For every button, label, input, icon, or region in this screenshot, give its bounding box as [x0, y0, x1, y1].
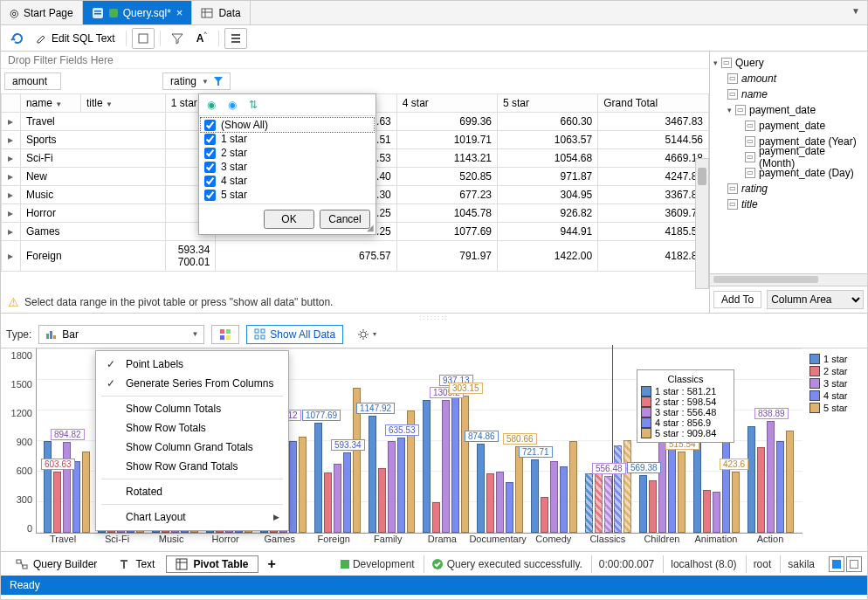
col-header[interactable]: Grand Total: [598, 94, 709, 113]
tree-field[interactable]: payment_date: [759, 120, 825, 132]
filter-popup-icon2[interactable]: ◉: [225, 98, 239, 112]
tree-field[interactable]: title: [741, 198, 758, 210]
filter-item[interactable]: 1 star: [201, 132, 374, 146]
tab-text[interactable]: Text: [108, 555, 164, 573]
menu-item[interactable]: ✓Point Labels: [96, 355, 288, 374]
pivot-row[interactable]: ▸Foreign593.34 700.01675.57791.971422.00…: [2, 241, 709, 272]
tab-pivot-table[interactable]: Pivot Table: [166, 555, 258, 573]
bar[interactable]: [44, 441, 52, 533]
tree-field[interactable]: name: [741, 88, 768, 100]
bar[interactable]: [595, 472, 603, 533]
bar[interactable]: [432, 502, 440, 533]
filter-cancel-button[interactable]: Cancel: [320, 210, 370, 229]
bar[interactable]: [569, 441, 577, 533]
filter-ok-button[interactable]: OK: [264, 210, 314, 229]
filter-item[interactable]: 4 star: [201, 174, 374, 188]
bar-group[interactable]: [744, 421, 796, 533]
filter-button[interactable]: [166, 28, 189, 49]
col-header[interactable]: 5 star: [498, 94, 598, 113]
view-mode-empty[interactable]: [846, 556, 862, 572]
filter-checkbox[interactable]: [204, 134, 216, 145]
tree-horizontal-scrollbar[interactable]: [710, 273, 867, 286]
tab-data[interactable]: Data: [192, 1, 250, 24]
bar[interactable]: [299, 437, 307, 533]
bar[interactable]: [397, 438, 405, 533]
menu-item[interactable]: Show Column Grand Totals: [96, 438, 288, 457]
layout-button[interactable]: [224, 28, 247, 49]
bar[interactable]: [604, 476, 612, 533]
row-field-title[interactable]: title: [86, 97, 103, 109]
filter-item[interactable]: 5 star: [201, 188, 374, 202]
clear-button[interactable]: [132, 28, 155, 49]
bar[interactable]: [423, 400, 431, 533]
tree-field[interactable]: rating: [741, 183, 768, 195]
tree-field[interactable]: payment_date (Day): [759, 167, 854, 179]
bar[interactable]: [289, 441, 297, 533]
tree-node-query[interactable]: Query: [735, 57, 764, 69]
bar[interactable]: [461, 396, 469, 534]
filter-checkbox[interactable]: [204, 162, 216, 173]
filter-item[interactable]: 3 star: [201, 160, 374, 174]
bar[interactable]: [477, 444, 485, 533]
edit-sql-text-button[interactable]: Edit SQL Text: [31, 28, 121, 49]
filter-popup-icon3[interactable]: ⇅: [246, 98, 260, 112]
bar[interactable]: [623, 440, 631, 533]
menu-item[interactable]: Show Row Grand Totals: [96, 457, 288, 476]
filter-checkbox[interactable]: [204, 120, 216, 131]
tree-field[interactable]: amount: [741, 72, 776, 85]
bar[interactable]: [486, 473, 494, 533]
bar[interactable]: [63, 442, 71, 533]
tab-query-sql[interactable]: Query.sql* ×: [83, 1, 193, 24]
bar[interactable]: [442, 400, 450, 533]
bar[interactable]: [82, 452, 90, 533]
bar[interactable]: [531, 459, 539, 533]
menu-item[interactable]: Rotated: [96, 482, 288, 501]
row-field-name[interactable]: name: [26, 97, 52, 109]
bar[interactable]: [506, 482, 513, 533]
filter-checkbox[interactable]: [204, 190, 216, 201]
close-icon[interactable]: ×: [176, 6, 183, 19]
bar[interactable]: [550, 461, 558, 533]
bar[interactable]: [388, 441, 396, 533]
fields-tree[interactable]: ▾▭Query ▭amount ▭name ▾▭payment_date ▭pa…: [710, 52, 867, 273]
filter-checkbox[interactable]: [204, 176, 216, 187]
bar[interactable]: [639, 475, 647, 533]
menu-item[interactable]: Show Row Totals: [96, 418, 288, 438]
bar[interactable]: [378, 468, 386, 533]
bar[interactable]: [585, 473, 593, 533]
vertical-scrollbar[interactable]: [695, 158, 709, 289]
bar[interactable]: [732, 472, 740, 533]
chart-type-select[interactable]: Bar ▼: [38, 325, 204, 344]
view-mode-filled[interactable]: [829, 556, 844, 572]
bar-group[interactable]: [582, 440, 634, 533]
splitter-grip[interactable]: ::::::::: [1, 314, 867, 321]
menu-item[interactable]: ✓Generate Series From Columns: [96, 374, 288, 393]
format-button[interactable]: A^: [190, 28, 213, 49]
bar[interactable]: [747, 426, 755, 534]
bar[interactable]: [649, 480, 657, 533]
bar[interactable]: [614, 445, 622, 533]
tree-field[interactable]: payment_date (Month): [759, 145, 864, 169]
bar[interactable]: [776, 441, 784, 533]
add-tab-button[interactable]: +: [260, 555, 284, 573]
show-all-data-button[interactable]: Show All Data: [246, 325, 343, 344]
bar-group[interactable]: [473, 444, 526, 533]
bar[interactable]: [53, 472, 61, 533]
column-field-rating[interactable]: rating▼: [162, 72, 231, 90]
tree-group[interactable]: payment_date: [749, 104, 816, 116]
refresh-button[interactable]: [6, 28, 29, 49]
filter-drop-zone[interactable]: Drop Filter Fields Here: [1, 52, 709, 69]
tab-query-builder[interactable]: Query Builder: [6, 555, 107, 573]
add-to-button[interactable]: Add To: [713, 291, 761, 308]
bar[interactable]: [786, 431, 794, 533]
bar-group[interactable]: [40, 441, 93, 533]
menu-item[interactable]: Show Column Totals: [96, 399, 288, 418]
bar[interactable]: [334, 464, 341, 533]
col-header[interactable]: 4 star: [396, 94, 497, 113]
filter-checkbox[interactable]: [204, 148, 216, 159]
bar[interactable]: [560, 466, 568, 533]
bar[interactable]: [72, 461, 80, 533]
menu-item[interactable]: Chart Layout▶: [96, 507, 288, 527]
bar[interactable]: [668, 441, 676, 533]
bar[interactable]: [757, 447, 765, 533]
